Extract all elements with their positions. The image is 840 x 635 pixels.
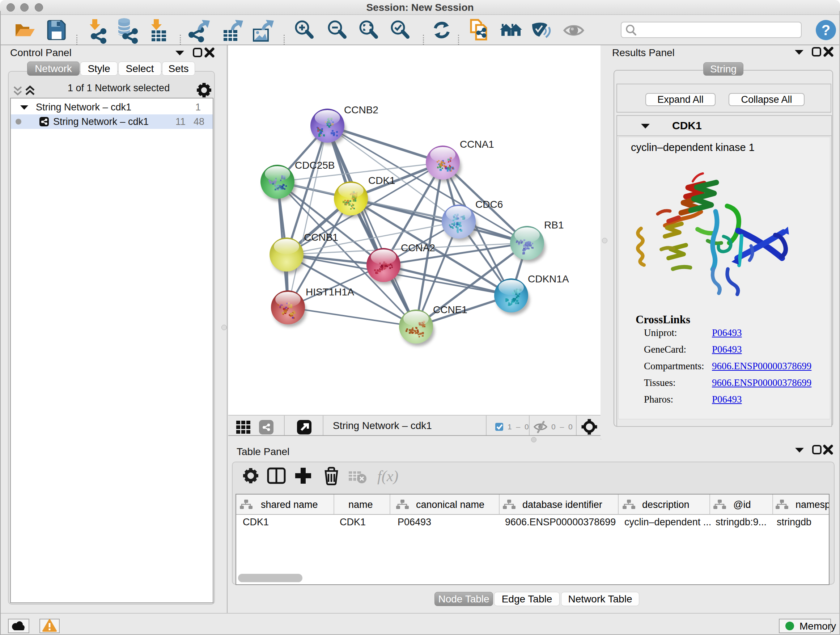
svg-text:CDC25B: CDC25B — [295, 160, 335, 171]
svg-text:f(x): f(x) — [377, 468, 398, 485]
svg-text:CCNE1: CCNE1 — [433, 304, 467, 315]
svg-text:HIST1H1A: HIST1H1A — [306, 287, 354, 298]
svg-text:CDK1: CDK1 — [368, 175, 395, 186]
svg-text:?: ? — [821, 22, 830, 38]
svg-text:CDKN1A: CDKN1A — [528, 273, 569, 285]
svg-text:CCNB1: CCNB1 — [304, 232, 338, 243]
svg-text:CDC6: CDC6 — [475, 199, 503, 210]
svg-text:Memory: Memory — [799, 621, 836, 632]
svg-text:CCNA2: CCNA2 — [401, 242, 435, 253]
svg-text:CCNA1: CCNA1 — [460, 139, 494, 150]
svg-text:CCNB2: CCNB2 — [344, 104, 378, 116]
svg-text:RB1: RB1 — [544, 219, 564, 231]
